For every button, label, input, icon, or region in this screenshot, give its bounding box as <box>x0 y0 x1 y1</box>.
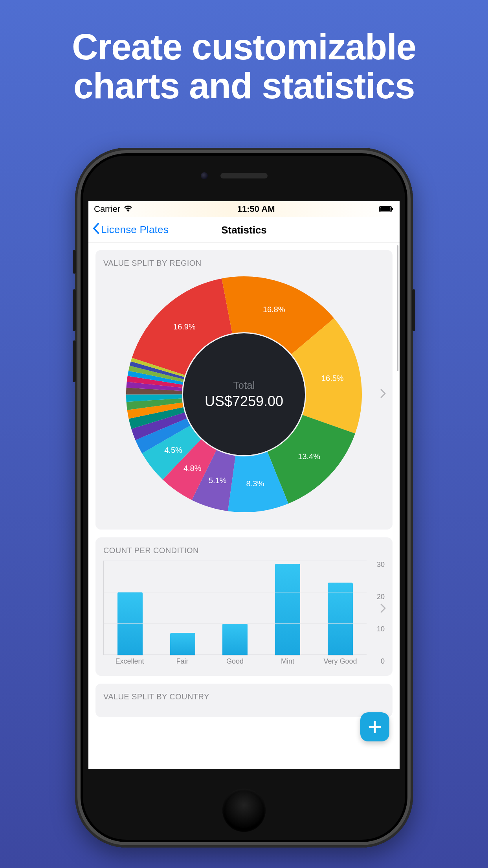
power-button <box>412 289 415 331</box>
volume-down-button <box>73 340 76 382</box>
chevron-right-icon[interactable] <box>380 603 386 615</box>
bar-chart[interactable] <box>103 561 367 655</box>
mute-switch <box>73 250 76 274</box>
card-value-split-by-country[interactable]: VALUE SPLIT BY COUNTRY <box>95 684 393 717</box>
donut-center: Total US$7259.00 <box>183 333 305 455</box>
x-tick: Mint <box>268 657 307 666</box>
svg-rect-2 <box>392 208 393 210</box>
page-title: Statistics <box>221 224 267 236</box>
donut-center-label: Total <box>233 379 255 392</box>
donut-chart[interactable]: Total US$7259.00 16.9%16.8%16.5%13.4%8.3… <box>122 272 366 516</box>
x-tick: Very Good <box>321 657 360 666</box>
grid-line <box>104 623 367 624</box>
x-tick: Excellent <box>110 657 149 666</box>
add-button[interactable] <box>360 712 389 741</box>
bar[interactable] <box>328 583 353 655</box>
status-bar: Carrier 11:50 AM <box>88 201 400 217</box>
donut-slice-label: 5.1% <box>209 476 227 485</box>
svg-rect-1 <box>380 207 391 211</box>
card-title: VALUE SPLIT BY COUNTRY <box>103 692 385 701</box>
y-tick: 10 <box>377 625 385 633</box>
phone-frame: Carrier 11:50 AM <box>75 148 413 848</box>
home-button <box>222 789 266 832</box>
donut-slice-label: 16.5% <box>321 373 344 383</box>
donut-slice-label: 8.3% <box>246 479 264 488</box>
bar-x-axis: ExcellentFairGoodMintVery Good <box>103 657 367 666</box>
donut-slice-label: 16.9% <box>173 322 196 331</box>
x-tick: Fair <box>163 657 202 666</box>
bar[interactable] <box>170 633 195 655</box>
plus-icon <box>367 719 382 734</box>
y-tick: 20 <box>377 593 385 601</box>
chevron-right-icon[interactable] <box>380 388 386 400</box>
clock-label: 11:50 AM <box>237 204 275 214</box>
screen: Carrier 11:50 AM <box>88 201 400 769</box>
y-tick: 30 <box>377 561 385 569</box>
volume-up-button <box>73 289 76 331</box>
card-value-split-by-region[interactable]: VALUE SPLIT BY REGION Total US$7259.00 1… <box>95 250 393 530</box>
donut-slice-label: 16.8% <box>263 305 285 314</box>
donut-slice-label: 13.4% <box>298 452 320 461</box>
grid-line <box>104 561 367 561</box>
wifi-icon <box>123 204 133 214</box>
card-title: COUNT PER CONDITION <box>103 546 385 555</box>
x-tick: Good <box>215 657 255 666</box>
earpiece-speaker <box>220 173 268 178</box>
donut-slice-label: 4.5% <box>164 445 182 454</box>
nav-bar: License Plates Statistics <box>88 217 400 243</box>
promo-headline: Create customizable charts and statistic… <box>0 28 488 106</box>
bar[interactable] <box>222 623 248 655</box>
promo-line-2: charts and statistics <box>0 66 488 105</box>
promo-line-1: Create customizable <box>0 28 488 66</box>
chevron-left-icon <box>92 223 100 237</box>
card-count-per-condition[interactable]: COUNT PER CONDITION ExcellentFairGoodMin… <box>95 537 393 676</box>
donut-slice-label: 4.8% <box>183 463 202 473</box>
donut-center-value: US$7259.00 <box>205 393 283 410</box>
scrollbar[interactable] <box>397 245 398 371</box>
bar[interactable] <box>275 564 300 655</box>
card-title: VALUE SPLIT BY REGION <box>103 259 385 268</box>
y-tick: 0 <box>381 657 385 666</box>
back-button[interactable]: License Plates <box>92 223 169 237</box>
content-scroll[interactable]: VALUE SPLIT BY REGION Total US$7259.00 1… <box>88 243 400 769</box>
front-camera <box>201 172 208 179</box>
grid-line <box>104 592 367 592</box>
carrier-label: Carrier <box>94 204 120 214</box>
back-label: License Plates <box>101 224 169 236</box>
battery-icon <box>379 206 394 213</box>
